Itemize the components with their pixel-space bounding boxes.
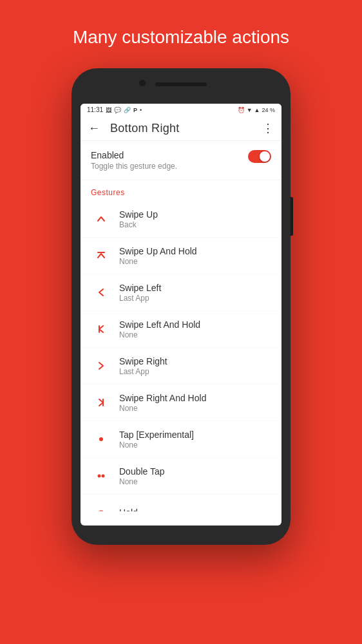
double-tap-text: Double Tap None [119,466,271,486]
swipe-right-hold-icon [91,392,111,413]
tap-text: Tap [Experimental] None [119,430,271,450]
status-bar: 11:31 🖼 💬 🔗 P • ⏰ ▼ ▲ 24 % [81,104,281,116]
content-area: Enabled Toggle this gesture edge. Gestur… [81,141,281,511]
swipe-right-value: Last App [119,367,271,376]
toggle-labels: Enabled Toggle this gesture edge. [91,150,177,171]
svg-point-3 [99,437,103,441]
svg-point-4 [98,475,101,478]
toggle-sublabel: Toggle this gesture edge. [91,162,177,171]
headline: Many customizable actions [53,0,309,68]
swipe-right-hold-label: Swipe Right And Hold [119,393,271,403]
side-button [291,197,293,236]
battery-text: 24 % [262,107,275,113]
status-left: 11:31 🖼 💬 🔗 P • [87,106,142,113]
enabled-toggle-section[interactable]: Enabled Toggle this gesture edge. [81,141,281,180]
swipe-up-label: Swipe Up [119,209,271,220]
gesture-item-tap[interactable]: Tap [Experimental] None [81,421,281,458]
enabled-toggle[interactable] [248,150,271,163]
gesture-item-swipe-right[interactable]: Swipe Right Last App [81,348,281,384]
menu-button[interactable]: ⋮ [262,121,274,135]
status-link-icon: 🔗 [124,107,131,113]
swipe-up-text: Swipe Up Back [119,209,271,229]
phone-screen: 11:31 🖼 💬 🔗 P • ⏰ ▼ ▲ 24 % ← Bottom Righ… [81,104,281,526]
wifi-icon: ▼ [247,107,252,113]
swipe-right-label: Swipe Right [119,356,271,366]
back-button[interactable]: ← [88,122,100,135]
app-bar: ← Bottom Right ⋮ [81,116,281,141]
swipe-left-hold-icon [91,319,111,339]
swipe-left-value: Last App [119,294,271,303]
double-tap-icon [91,466,111,486]
swipe-up-icon [91,209,111,229]
swipe-right-hold-text: Swipe Right And Hold None [119,393,271,413]
tap-value: None [119,440,271,450]
swipe-left-label: Swipe Left [119,283,271,293]
status-whatsapp-icon: 💬 [114,107,121,113]
tap-label: Tap [Experimental] [119,430,271,440]
hold-icon [91,502,111,511]
swipe-left-hold-value: None [119,330,271,339]
svg-point-6 [99,510,104,511]
hold-label: Hold [119,507,271,512]
swipe-up-hold-icon [91,245,111,266]
swipe-right-hold-value: None [119,404,271,413]
swipe-left-hold-label: Swipe Left And Hold [119,319,271,330]
double-tap-label: Double Tap [119,466,271,477]
speaker [155,82,207,86]
svg-point-5 [102,475,105,478]
gesture-item-double-tap[interactable]: Double Tap None [81,458,281,495]
gesture-item-swipe-left-hold[interactable]: Swipe Left And Hold None [81,311,281,348]
swipe-up-hold-label: Swipe Up And Hold [119,246,271,256]
gesture-item-swipe-up[interactable]: Swipe Up Back [81,201,281,238]
swipe-left-icon [91,282,111,303]
tap-icon [91,429,111,450]
gesture-item-swipe-right-hold[interactable]: Swipe Right And Hold None [81,384,281,421]
gesture-item-swipe-up-hold[interactable]: Swipe Up And Hold None [81,238,281,274]
status-dot-icon: • [140,107,142,113]
gestures-header: Gestures [81,180,281,201]
status-time: 11:31 [87,106,103,113]
swipe-left-hold-text: Swipe Left And Hold None [119,319,271,339]
front-camera [139,80,146,86]
swipe-right-text: Swipe Right Last App [119,356,271,376]
status-p-icon: P [133,107,137,113]
swipe-right-icon [91,355,111,376]
signal-icon: ▲ [254,107,260,113]
double-tap-value: None [119,477,271,486]
gesture-item-hold[interactable]: Hold [81,495,281,511]
gesture-item-swipe-left[interactable]: Swipe Left Last App [81,274,281,311]
phone-mockup: 11:31 🖼 💬 🔗 P • ⏰ ▼ ▲ 24 % ← Bottom Righ… [71,68,291,545]
hold-text: Hold [119,507,271,512]
status-right: ⏰ ▼ ▲ 24 % [238,107,275,113]
alarm-icon: ⏰ [238,107,245,113]
swipe-up-value: Back [119,220,271,229]
swipe-left-text: Swipe Left Last App [119,283,271,303]
status-gallery-icon: 🖼 [106,107,111,113]
page-title: Bottom Right [110,122,262,135]
toggle-label: Enabled [91,150,177,160]
swipe-up-hold-text: Swipe Up And Hold None [119,246,271,266]
swipe-up-hold-value: None [119,257,271,266]
